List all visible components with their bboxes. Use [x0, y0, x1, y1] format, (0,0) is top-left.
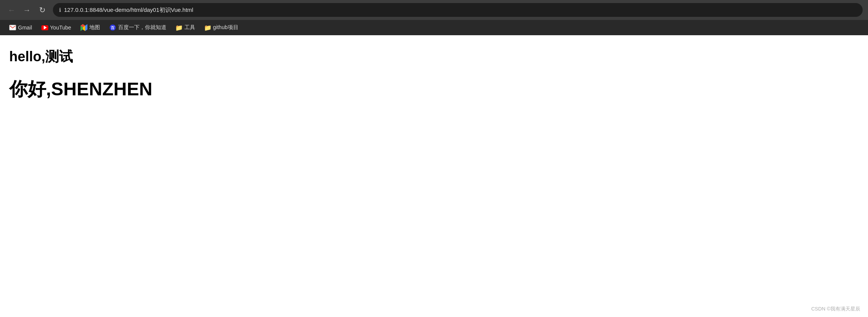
reload-button[interactable]: ↻: [36, 4, 48, 16]
reload-icon: ↻: [39, 5, 46, 15]
bookmark-gmail-label: Gmail: [18, 25, 32, 31]
content-line1: hello,测试: [9, 47, 859, 66]
bookmark-baidu-label: 百度一下，你就知道: [118, 24, 166, 31]
browser-toolbar: ← → ↻ ℹ 127.0.0.1:8848/vue-demo/html/day…: [0, 0, 868, 20]
bookmark-maps-label: 地图: [89, 24, 100, 31]
svg-text:百: 百: [111, 26, 115, 30]
page-content: hello,测试 你好,SHENZHEN CSDN ©我有满天星辰: [0, 35, 868, 317]
bookmark-github-label: github项目: [213, 24, 238, 31]
bookmark-gmail[interactable]: Gmail: [5, 23, 36, 33]
back-icon: ←: [8, 6, 15, 15]
svg-marker-5: [85, 24, 87, 31]
maps-icon: [81, 24, 87, 31]
bookmark-maps[interactable]: 地图: [77, 23, 104, 33]
watermark: CSDN ©我有满天星辰: [811, 306, 860, 312]
bookmarks-bar: Gmail YouTube 地图: [0, 20, 868, 35]
folder-tools-icon: 📁: [176, 24, 182, 31]
browser-chrome: ← → ↻ ℹ 127.0.0.1:8848/vue-demo/html/day…: [0, 0, 868, 35]
forward-icon: →: [23, 6, 31, 15]
address-text: 127.0.0.1:8848/vue-demo/html/day01初识Vue.…: [64, 7, 193, 14]
forward-button[interactable]: →: [21, 4, 33, 16]
bookmark-youtube-label: YouTube: [50, 25, 71, 31]
bookmark-github[interactable]: 📁 github项目: [201, 23, 242, 33]
bookmark-youtube[interactable]: YouTube: [38, 23, 75, 33]
folder-github-icon: 📁: [204, 24, 211, 31]
bookmark-tools-label: 工具: [184, 24, 195, 31]
bookmark-tools[interactable]: 📁 工具: [172, 23, 199, 33]
back-button[interactable]: ←: [5, 4, 18, 16]
bookmark-baidu[interactable]: 百 百度一下，你就知道: [105, 23, 170, 33]
baidu-icon: 百: [109, 24, 116, 31]
youtube-icon: [41, 24, 48, 31]
content-line2: 你好,SHENZHEN: [9, 77, 859, 101]
address-bar[interactable]: ℹ 127.0.0.1:8848/vue-demo/html/day01初识Vu…: [53, 3, 863, 17]
nav-buttons: ← → ↻: [5, 4, 48, 16]
gmail-icon: [9, 24, 16, 31]
secure-icon: ℹ: [59, 7, 61, 13]
